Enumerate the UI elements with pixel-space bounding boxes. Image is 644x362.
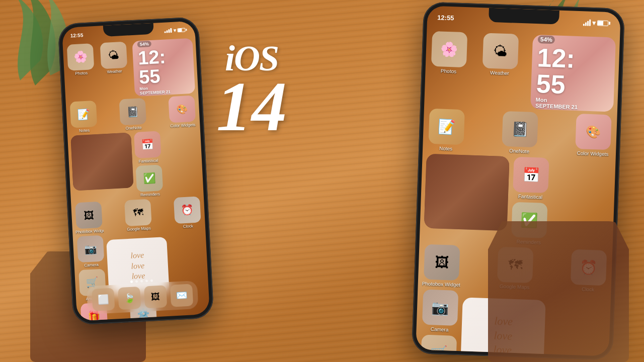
title-container: iOS 14: [216, 40, 287, 136]
app-row-right-1: 🌸 Photos 🌤 Weather 54% 12:55 MonSEPTEMBE…: [428, 31, 616, 112]
app-row-1: 🌸 Photos 🌤 Weather 54% 12:55 MonSEPTEMBE…: [66, 38, 195, 100]
app-photobox-right[interactable]: 🖼 Photobox Widget: [422, 244, 462, 288]
clock-date-right: MonSEPTEMBER 21: [535, 97, 578, 110]
phone-left-screen: 12:55 ▾ 🌸 Photo: [62, 21, 210, 321]
app-photos-right[interactable]: 🌸 Photos: [428, 31, 469, 107]
app-weather-right[interactable]: 🌤 Weather: [479, 33, 520, 109]
app-photobox-left[interactable]: 🖼 Photobox Widget: [74, 202, 104, 235]
app-colorwidgets-label-right: Color Widgets: [574, 150, 612, 157]
app-fantastical-right[interactable]: 📅 Fantastical: [511, 157, 551, 201]
battery-icon-right: [597, 20, 610, 26]
right-icons-group: 📅 Fantastical ✅ Reminders: [133, 131, 165, 198]
app-fantastical-label-left: Fantastical: [134, 158, 163, 164]
hand-right: [488, 221, 629, 362]
status-time-left: 12:55: [70, 32, 83, 38]
dot-5: [150, 280, 153, 282]
signal-icon-left: [164, 28, 172, 33]
app-clock-left[interactable]: ⏰ Clock: [173, 196, 202, 229]
app-notes-label-right: Notes: [427, 145, 465, 152]
mixed-row-1: 📅 Fantastical ✅ Reminders: [70, 129, 200, 201]
app-photos-label-left: Photos: [67, 70, 95, 76]
app-weather-label-left: Weather: [100, 68, 128, 74]
app-notes-left[interactable]: 📝 Notes: [69, 101, 99, 134]
app-colorwidgets-right[interactable]: 🎨 Color Widgets: [574, 114, 613, 157]
app-colorwidgets-left[interactable]: 🎨 Color Widgets: [167, 96, 197, 129]
wifi-icon-left: ▾: [173, 27, 176, 33]
phone-left: 12:55 ▾ 🌸 Photo: [57, 17, 214, 325]
app-row-right-2: 📝 Notes 📓 OneNote 🎨 Color Widgets: [427, 109, 613, 157]
status-icons-left: ▾: [164, 27, 187, 33]
love-text-left: lovelovelove: [130, 250, 145, 282]
app-photobox-label-right: Photobox Widget: [422, 281, 460, 288]
app-camera-right[interactable]: 📷 Camera: [420, 289, 460, 333]
app-camera-label-right: Camera: [420, 326, 458, 333]
selfie-widget-right: [424, 154, 510, 231]
dot-1: [130, 281, 133, 283]
version-number: 14: [216, 76, 287, 136]
app-photos-label-right: Photos: [429, 68, 467, 75]
dock-left: ⬜ 🍃 🖼 ✉️: [87, 281, 199, 314]
dot-2: [135, 280, 138, 283]
dot-3: [140, 280, 143, 283]
app-notes-right[interactable]: 📝 Notes: [427, 109, 466, 152]
app-fantastical-left[interactable]: 📅 Fantastical: [133, 131, 163, 164]
clock-widget-right: 54% 12:55 MonSEPTEMBER 21: [530, 35, 616, 112]
app-googlemaps-label-left: Google Maps: [125, 226, 153, 232]
app-photos-left[interactable]: 🌸 Photos: [66, 43, 97, 100]
status-time-right: 12:55: [437, 14, 454, 22]
app-onenote-label-left: OneNote: [119, 125, 147, 131]
battery-icon-left: [177, 28, 187, 32]
selfie-widget-left: [70, 132, 134, 191]
app-weather-label-right: Weather: [480, 69, 519, 76]
app-photobox-label-left: Photobox Widget: [75, 229, 104, 235]
dot-4: [145, 280, 148, 282]
dock-photos-left[interactable]: 🖼: [144, 285, 167, 308]
dock-home-left[interactable]: ⬜: [92, 288, 115, 311]
clock-time-left: 12:55: [137, 47, 167, 87]
wifi-icon-right: ▾: [592, 19, 596, 26]
app-clock-label-left: Clock: [174, 223, 202, 229]
app-onenote-label-right: OneNote: [500, 148, 538, 155]
phone-left-content: 🌸 Photos 🌤 Weather 54% 12:55 MonSEPTEMBE…: [62, 36, 210, 321]
signal-icon-right: [583, 19, 591, 26]
notch-right: [489, 8, 559, 25]
dock-files-left[interactable]: 🍃: [118, 287, 141, 310]
app-row-3: 🖼 Photobox Widget 🗺 Google Maps ⏰ Clock: [74, 196, 202, 234]
app-colorwidgets-label-left: Color Widgets: [169, 123, 197, 129]
app-onenote-right[interactable]: 📓 OneNote: [500, 111, 540, 155]
app-reminders-label-left: Reminders: [136, 192, 164, 198]
app-reminders-left[interactable]: ✅ Reminders: [134, 164, 164, 198]
clock-time-right: 12:55: [536, 44, 576, 98]
clock-date-left: MonSEPTEMBER 21: [139, 85, 171, 96]
app-camera-left[interactable]: 📷 Camera: [76, 235, 106, 268]
app-camera-label-left: Camera: [77, 262, 105, 268]
app-notes-label-left: Notes: [70, 128, 98, 134]
app-googlemaps-left[interactable]: 🗺 Google Maps: [123, 199, 153, 232]
app-fantastical-label-right: Fantastical: [511, 194, 549, 201]
dock-mail-left[interactable]: ✉️: [170, 284, 193, 307]
app-weather-left[interactable]: 🌤 Weather: [99, 42, 130, 99]
app-onenote-left[interactable]: 📓 OneNote: [118, 98, 148, 131]
bottom-icons-group-right: 📷 Camera 🛒 Amazon: [419, 289, 460, 356]
status-icons-right: ▾: [583, 19, 610, 27]
app-row-2: 📝 Notes 📓 OneNote 🎨 Color Widgets: [69, 96, 197, 134]
clock-widget-left: 54% 12:55 MonSEPTEMBER 21: [132, 38, 195, 97]
